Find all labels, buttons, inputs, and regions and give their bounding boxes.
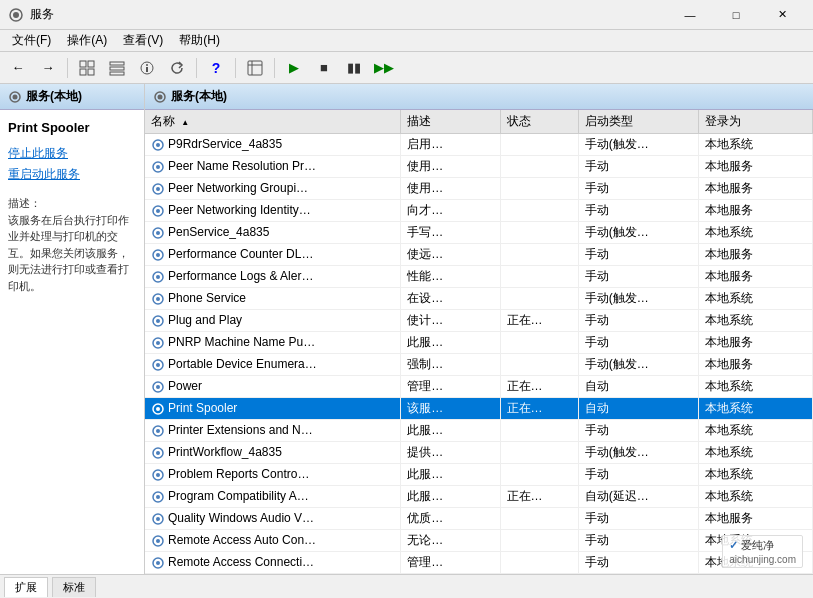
svg-point-32 <box>156 275 160 279</box>
table-row[interactable]: Plug and Play 使计… 正在… 手动 本地系统 <box>145 310 813 332</box>
svg-rect-2 <box>80 61 86 67</box>
cell-startup: 手动(触发… <box>578 134 699 156</box>
status-bar: 扩展 标准 <box>0 574 813 598</box>
cell-desc: 使用… <box>401 156 500 178</box>
menu-help[interactable]: 帮助(H) <box>171 30 228 51</box>
cell-name: Peer Name Resolution Pr… <box>145 156 401 178</box>
menu-view[interactable]: 查看(V) <box>115 30 171 51</box>
restart-service-link[interactable]: 重启动此服务 <box>8 166 136 183</box>
tab-standard[interactable]: 标准 <box>52 577 96 597</box>
cell-status <box>500 442 578 464</box>
cell-startup: 手动(触发… <box>578 222 699 244</box>
svg-point-40 <box>156 363 160 367</box>
maximize-button[interactable]: □ <box>713 0 759 30</box>
cell-startup: 手动 <box>578 552 699 574</box>
minimize-button[interactable]: — <box>667 0 713 30</box>
cell-startup: 手动 <box>578 244 699 266</box>
table-row[interactable]: Phone Service 在设… 手动(触发… 本地系统 <box>145 288 813 310</box>
table-row[interactable]: Peer Networking Groupi… 使用… 手动 本地服务 <box>145 178 813 200</box>
table-row[interactable]: PenService_4a835 手写… 手动(触发… 本地系统 <box>145 222 813 244</box>
window-controls: — □ ✕ <box>667 0 805 30</box>
table-row[interactable]: Remote Access Connecti… 管理… 手动 本地系统 <box>145 552 813 574</box>
col-name[interactable]: 名称 ▲ <box>145 110 401 134</box>
cell-status <box>500 244 578 266</box>
app-icon <box>8 7 24 23</box>
export-button[interactable] <box>241 55 269 81</box>
cell-startup: 手动(触发… <box>578 442 699 464</box>
table-row[interactable]: P9RdrService_4a835 启用… 手动(触发… 本地系统 <box>145 134 813 156</box>
cell-login: 本地系统 <box>699 222 813 244</box>
col-login[interactable]: 登录为 <box>699 110 813 134</box>
table-row[interactable]: Remote Access Auto Con… 无论… 手动 本地系统 <box>145 530 813 552</box>
cell-name: P9RdrService_4a835 <box>145 134 401 156</box>
stop-service[interactable]: ■ <box>310 55 338 81</box>
service-table[interactable]: 名称 ▲ 描述 状态 启动类型 登录为 P9RdrService_4a835 启… <box>145 110 813 574</box>
cell-login: 本地系统 <box>699 420 813 442</box>
cell-desc: 使远… <box>401 244 500 266</box>
cell-login: 本地服务 <box>699 266 813 288</box>
cell-login: 本地服务 <box>699 508 813 530</box>
svg-point-16 <box>13 94 18 99</box>
svg-rect-11 <box>146 67 148 72</box>
cell-login: 本地系统 <box>699 288 813 310</box>
toolbar-separator-4 <box>274 58 275 78</box>
help-button[interactable]: ? <box>202 55 230 81</box>
cell-login: 本地系统 <box>699 486 813 508</box>
main-area: 服务(本地) Print Spooler 停止此服务 重启动此服务 描述：该服务… <box>0 84 813 574</box>
view-large-icons[interactable] <box>73 55 101 81</box>
cell-status <box>500 156 578 178</box>
svg-point-44 <box>156 407 160 411</box>
forward-button[interactable]: → <box>34 55 62 81</box>
view-list[interactable] <box>103 55 131 81</box>
cell-status <box>500 464 578 486</box>
start-service[interactable]: ▶ <box>280 55 308 81</box>
restart-service[interactable]: ▶▶ <box>370 55 398 81</box>
cell-name: Quality Windows Audio V… <box>145 508 401 530</box>
col-status[interactable]: 状态 <box>500 110 578 134</box>
svg-point-36 <box>156 319 160 323</box>
svg-point-56 <box>156 539 160 543</box>
cell-desc: 强制… <box>401 354 500 376</box>
title-bar: 服务 — □ ✕ <box>0 0 813 30</box>
cell-name: Printer Extensions and N… <box>145 420 401 442</box>
back-button[interactable]: ← <box>4 55 32 81</box>
table-row[interactable]: Print Spooler 该服… 正在… 自动 本地系统 <box>145 398 813 420</box>
col-desc[interactable]: 描述 <box>401 110 500 134</box>
table-row[interactable]: Problem Reports Contro… 此服… 手动 本地系统 <box>145 464 813 486</box>
table-row[interactable]: Performance Logs & Aler… 性能… 手动 本地服务 <box>145 266 813 288</box>
cell-desc: 无论… <box>401 530 500 552</box>
refresh[interactable] <box>163 55 191 81</box>
stop-service-link[interactable]: 停止此服务 <box>8 145 136 162</box>
table-row[interactable]: Peer Name Resolution Pr… 使用… 手动 本地服务 <box>145 156 813 178</box>
table-row[interactable]: Quality Windows Audio V… 优质… 手动 本地服务 <box>145 508 813 530</box>
table-row[interactable]: Power 管理… 正在… 自动 本地系统 <box>145 376 813 398</box>
svg-point-50 <box>156 473 160 477</box>
table-row[interactable]: Portable Device Enumera… 强制… 手动(触发… 本地服务 <box>145 354 813 376</box>
cell-startup: 手动(触发… <box>578 354 699 376</box>
table-row[interactable]: PNRP Machine Name Pu… 此服… 手动 本地服务 <box>145 332 813 354</box>
cell-name: Performance Logs & Aler… <box>145 266 401 288</box>
cell-status <box>500 354 578 376</box>
close-button[interactable]: ✕ <box>759 0 805 30</box>
selected-service-name: Print Spooler <box>8 120 136 135</box>
show-properties[interactable] <box>133 55 161 81</box>
menu-action[interactable]: 操作(A) <box>59 30 115 51</box>
table-row[interactable]: Program Compatibility A… 此服… 正在… 自动(延迟… … <box>145 486 813 508</box>
cell-name: Performance Counter DL… <box>145 244 401 266</box>
table-row[interactable]: PrintWorkflow_4a835 提供… 手动(触发… 本地系统 <box>145 442 813 464</box>
table-row[interactable]: Peer Networking Identity… 向才… 手动 本地服务 <box>145 200 813 222</box>
col-startup[interactable]: 启动类型 <box>578 110 699 134</box>
pause-service[interactable]: ▮▮ <box>340 55 368 81</box>
table-row[interactable]: Printer Extensions and N… 此服… 手动 本地系统 <box>145 420 813 442</box>
tab-expand[interactable]: 扩展 <box>4 577 48 597</box>
cell-desc: 提供… <box>401 442 500 464</box>
toolbar-separator-2 <box>196 58 197 78</box>
cell-status <box>500 134 578 156</box>
svg-point-52 <box>156 495 160 499</box>
cell-login: 本地服务 <box>699 332 813 354</box>
cell-login: 本地服务 <box>699 200 813 222</box>
table-row[interactable]: Performance Counter DL… 使远… 手动 本地服务 <box>145 244 813 266</box>
services-list: 名称 ▲ 描述 状态 启动类型 登录为 P9RdrService_4a835 启… <box>145 110 813 574</box>
menu-file[interactable]: 文件(F) <box>4 30 59 51</box>
svg-point-22 <box>156 165 160 169</box>
